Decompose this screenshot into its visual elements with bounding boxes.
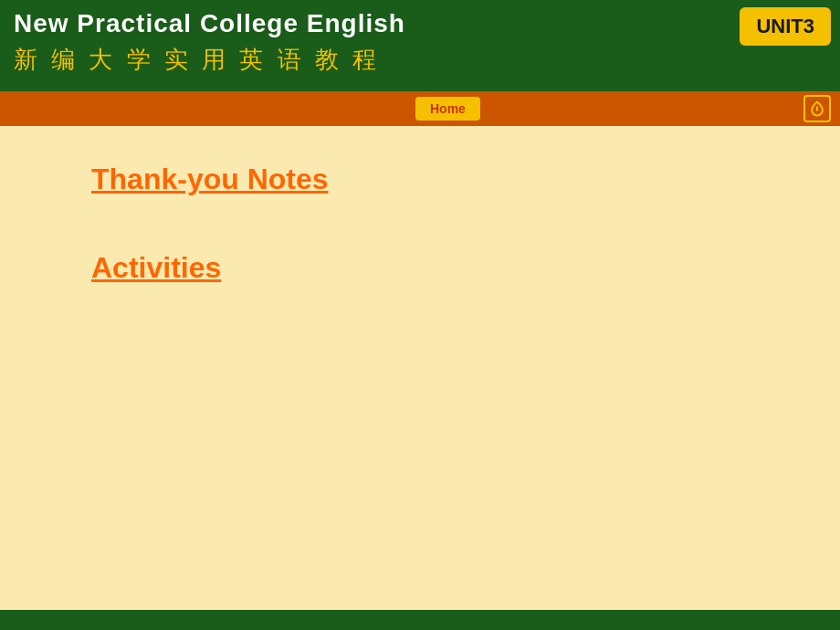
main-content: Thank-you Notes Activities: [0, 126, 840, 610]
activities-link[interactable]: Activities: [91, 251, 840, 285]
nav-icon[interactable]: [803, 95, 831, 122]
navbar: Home: [0, 91, 840, 126]
title-english: New Practical College English: [0, 0, 840, 42]
unit-badge: UNIT3: [740, 7, 831, 46]
header: New Practical College English 新 编 大 学 实 …: [0, 0, 840, 91]
footer: [0, 610, 840, 630]
title-chinese: 新 编 大 学 实 用 英 语 教 程: [0, 42, 840, 83]
thank-you-notes-link[interactable]: Thank-you Notes: [91, 163, 840, 196]
home-button[interactable]: Home: [415, 97, 480, 121]
